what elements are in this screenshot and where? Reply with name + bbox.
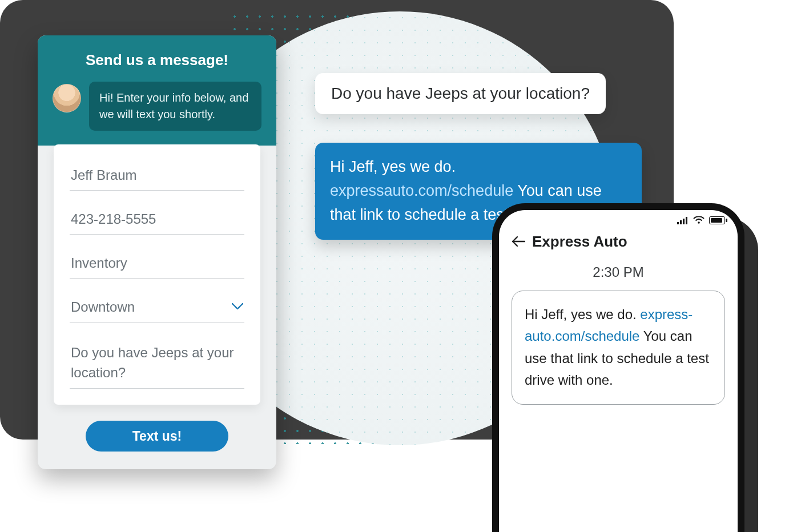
thread-timestamp: 2:30 PM (499, 259, 738, 291)
wifi-icon (693, 216, 705, 224)
chevron-down-icon (232, 302, 243, 312)
agent-avatar (53, 84, 81, 112)
topic-input[interactable] (70, 249, 244, 279)
location-select[interactable]: Downtown (70, 293, 244, 323)
location-select-value: Downtown (71, 299, 135, 315)
thread-header: Express Auto (499, 231, 738, 259)
svg-rect-2 (683, 219, 685, 224)
phone-mockup: Express Auto 2:30 PM Hi Jeff, yes we do.… (492, 203, 744, 532)
reply-text-lead: Hi Jeff, yes we do. (330, 158, 456, 175)
thread-title: Express Auto (532, 233, 627, 251)
message-input[interactable] (70, 337, 244, 389)
svg-rect-1 (680, 220, 682, 224)
signal-icon (677, 216, 689, 224)
name-input[interactable] (70, 162, 244, 191)
phone-status-bar (499, 210, 738, 231)
text-us-button[interactable]: Text us! (86, 421, 228, 452)
webchat-widget: Send us a message! Hi! Enter your info b… (38, 35, 276, 469)
widget-title: Send us a message! (53, 51, 261, 69)
battery-icon (709, 216, 725, 224)
contact-form: Downtown (54, 144, 260, 405)
phone-input[interactable] (70, 205, 244, 235)
greeting-message: Hi! Enter your info below, and we will t… (89, 82, 261, 131)
customer-message-bubble: Do you have Jeeps at your location? (315, 73, 606, 114)
svg-rect-0 (677, 222, 679, 224)
svg-point-4 (698, 221, 700, 224)
svg-rect-3 (686, 217, 687, 224)
sms-text-lead: Hi Jeff, yes we do. (525, 307, 640, 322)
widget-header: Send us a message! Hi! Enter your info b… (38, 35, 276, 146)
back-arrow-icon[interactable] (512, 235, 525, 249)
reply-link[interactable]: expressauto.com/schedule (330, 182, 513, 199)
sms-message-bubble: Hi Jeff, yes we do. express-auto.com/sch… (512, 291, 725, 405)
